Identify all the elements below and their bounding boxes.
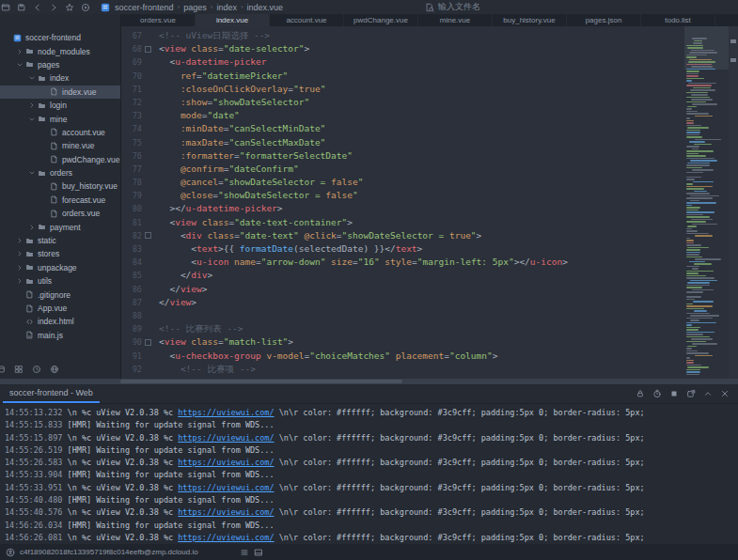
chevron-right-icon[interactable] [27,224,37,231]
account-id[interactable]: c4f189082018fc13395719f8c014eefb@zmp.dcl… [20,548,198,556]
folder-icon [24,47,35,55]
tree-item-pages[interactable]: pages [0,58,120,71]
tab-todo.list[interactable]: todo.list [641,14,715,26]
breadcrumb-item[interactable]: index.vue [247,3,284,12]
open-external-icon[interactable] [686,389,696,398]
tree-item-account.vue[interactable]: account.vue [0,126,120,139]
tree-item-mine[interactable]: mine [0,112,120,125]
back-icon[interactable] [29,1,45,13]
code-line: 68<view class="date-selector"> [121,42,684,55]
line-number: 81 [121,216,152,229]
device-icon[interactable] [0,365,6,374]
horizontal-scrollbar-thumb[interactable] [120,380,402,383]
breadcrumb-item[interactable]: index [216,3,237,12]
code-editor[interactable]: 67<!-- uView日期选择 -->68<view class="date-… [121,26,684,379]
minimap-line [686,56,697,58]
chevron-down-icon[interactable] [27,116,37,123]
horizontal-scrollbar[interactable] [0,379,738,384]
chevron-right-icon[interactable] [15,250,24,257]
console-text: [HMR] Waiting for update signal from WDS… [68,495,275,505]
tab-pages.json[interactable]: pages.json [567,14,641,26]
tree-item-index[interactable]: index [0,71,120,85]
settings-icon[interactable] [50,365,59,374]
console-link[interactable]: https://uviewui.com/ [178,507,274,517]
fold-marker[interactable] [145,46,151,53]
titlebar: soccer-frontend›pages›index›index.vue 输入… [0,0,738,14]
chevron-right-icon[interactable] [27,101,37,109]
panel-toggle-icon[interactable] [254,548,263,557]
minimap-line [686,167,702,169]
timer-icon[interactable] [652,389,662,398]
chevron-right-icon[interactable] [15,237,24,244]
fold-marker[interactable] [145,339,151,346]
editor-scrollbar[interactable] [729,26,738,379]
run-icon[interactable] [77,1,93,13]
tree-item-index.html[interactable]: index.html [0,315,120,328]
console-link[interactable]: https://uviewui.com/ [178,433,274,443]
tab-label: pages.json [586,16,622,24]
tree-item-orders[interactable]: orders [0,166,120,179]
tab-index.vue[interactable]: index.vue [196,14,270,26]
console-link[interactable]: https://uviewui.com/ [178,408,274,417]
console-timestamp: 14:55:15.897 [5,433,68,443]
console-link[interactable]: https://uviewui.com/ [178,483,274,492]
fold-marker[interactable] [145,232,151,239]
breadcrumb-item[interactable]: soccer-frontend [115,3,174,12]
code-token: :minDate [181,123,224,133]
chevron-right-icon[interactable] [15,48,24,55]
console-link[interactable]: https://uviewui.com/ [178,533,274,542]
account-icon[interactable] [6,548,15,557]
window-icon[interactable] [0,1,13,13]
chevron-down-icon[interactable] [15,61,24,69]
tree-item-buy_history.vue[interactable]: buy_history.vue [0,179,120,193]
tree-item-.gitignore[interactable]: .gitignore [0,288,120,301]
stop-icon[interactable] [669,389,679,398]
tab-account.vue[interactable]: account.vue [270,14,344,26]
file-search[interactable]: 输入文件名 [425,0,480,14]
tree-item-forecast.vue[interactable]: forecast.vue [0,194,120,207]
tree-item-unpackage[interactable]: unpackage [0,261,120,274]
chevron-right-icon[interactable] [15,277,24,285]
extensions-icon[interactable] [14,365,24,374]
save-icon[interactable] [13,1,29,13]
star-icon[interactable] [61,1,77,13]
chevron-down-icon[interactable] [27,74,37,82]
tree-item-stores[interactable]: stores [0,247,120,260]
console-tab[interactable]: soccer-frontend - Web [3,384,100,403]
tree-item-label: utils [38,276,52,286]
console-line: 14:55:15.833 [HMR] Waiting for update si… [5,419,738,431]
tree-item-node_modules[interactable]: node_modules [0,44,120,57]
console-timestamp: 14:55:40.576 [5,507,68,517]
chevron-right-icon[interactable] [15,264,24,272]
tree-item-App.vue[interactable]: App.vue [0,302,120,315]
minimap-line [692,268,698,270]
tree-item-pwdChange.vue[interactable]: pwdChange.vue [0,153,120,166]
chevron-down-icon[interactable] [27,169,37,177]
minimap[interactable] [684,26,729,379]
minimap-line [694,191,707,193]
tree-item-static[interactable]: static [0,234,120,247]
tree-item-main.js[interactable]: main.js [0,329,120,342]
tree-item-utils[interactable]: utils [0,274,120,288]
collapse-panel-icon[interactable] [703,389,713,398]
tab-orders.vue[interactable]: orders.vue [121,14,196,26]
tree-item-mine.vue[interactable]: mine.vue [0,139,120,152]
tree-item-login[interactable]: login [0,99,120,112]
breadcrumb-item[interactable]: pages [183,3,207,12]
tab-buy_history.vue[interactable]: buy_history.vue [493,14,567,26]
forward-icon[interactable] [45,1,61,13]
tree-item-index.vue[interactable]: index.vue [0,86,120,99]
list-icon[interactable] [240,548,249,557]
tab-pwdChange.vue[interactable]: pwdChange.vue [344,14,418,26]
code-token: ref [181,70,196,81]
history-icon[interactable] [32,365,41,374]
console-link[interactable]: https://uviewui.com/ [178,458,274,467]
folder-icon [37,74,47,83]
lock-icon[interactable] [636,389,645,398]
tab-label: mine.vue [440,16,470,24]
tree-item-soccer-frontend[interactable]: soccer-frontend [0,31,120,44]
tree-item-payment[interactable]: payment [0,220,120,233]
close-panel-icon[interactable] [720,389,730,398]
tree-item-orders.vue[interactable]: orders.vue [0,207,120,220]
tab-mine.vue[interactable]: mine.vue [418,14,493,26]
